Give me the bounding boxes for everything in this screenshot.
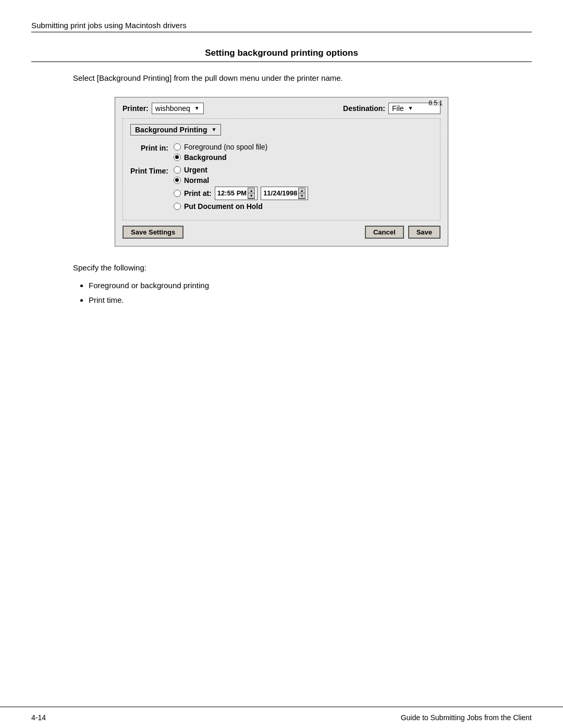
dialog-version: 8.5.1 — [429, 100, 443, 107]
printer-dropdown-arrow: ▼ — [194, 105, 200, 111]
radio-hold-label: Put Document on Hold — [184, 202, 263, 211]
radio-foreground-item[interactable]: Foreground (no spool file) — [174, 143, 433, 151]
radio-urgent-circle — [174, 166, 181, 174]
time-stepper-up[interactable]: ▲ — [248, 188, 254, 193]
radio-hold-circle — [174, 203, 181, 210]
radio-foreground-circle — [174, 143, 181, 151]
print-in-label: Print in: — [130, 143, 168, 152]
bullet-list: Foreground or background printing Print … — [89, 279, 532, 306]
save-settings-button[interactable]: Save Settings — [123, 226, 183, 239]
date-stepper[interactable]: ▲ ▼ — [298, 188, 305, 199]
radio-print-at-item[interactable]: Print at: 12:55 PM ▲ ▼ 11/24/1998 — [174, 187, 433, 200]
time-stepper[interactable]: ▲ ▼ — [248, 188, 255, 199]
radio-foreground-label: Foreground (no spool file) — [184, 143, 267, 151]
section-title: Setting background printing options — [31, 48, 532, 58]
date-input[interactable]: 11/24/1998 ▲ ▼ — [261, 187, 308, 200]
bg-print-dropdown-arrow: ▼ — [211, 127, 216, 132]
date-stepper-down[interactable]: ▼ — [299, 193, 305, 199]
radio-print-at-circle — [174, 190, 181, 197]
spacer2 — [174, 162, 433, 166]
radio-normal-circle — [174, 177, 181, 184]
time-value: 12:55 PM — [217, 189, 247, 197]
time-stepper-down[interactable]: ▼ — [248, 193, 254, 199]
printer-value: wishboneq — [155, 104, 190, 113]
radio-normal-item[interactable]: Normal — [174, 176, 433, 184]
radio-print-at-label: Print at: — [184, 189, 212, 198]
printer-select[interactable]: wishboneq ▼ — [152, 103, 204, 114]
bullet-item-2: Print time. — [89, 293, 532, 307]
bullet-item-1: Foreground or background printing — [89, 279, 532, 292]
destination-group: Destination: File ▼ — [343, 103, 440, 114]
dialog-top-row: Printer: wishboneq ▼ Destination: File ▼ — [123, 103, 440, 114]
destination-label: Destination: — [343, 104, 385, 113]
dialog-box: 8.5.1 Printer: wishboneq ▼ Destination: … — [115, 97, 448, 246]
print-in-radios: Foreground (no spool file) Background — [174, 143, 433, 162]
bg-print-dropdown-label: Background Printing — [135, 126, 207, 134]
time-input[interactable]: 12:55 PM ▲ ▼ — [215, 187, 258, 200]
section-title-rule — [31, 61, 532, 62]
date-stepper-up[interactable]: ▲ — [299, 188, 305, 193]
footer-right: Guide to Submitting Jobs from the Client — [401, 713, 532, 722]
save-button[interactable]: Save — [408, 226, 440, 239]
radio-urgent-item[interactable]: Urgent — [174, 166, 433, 174]
radio-hold-item[interactable]: Put Document on Hold — [174, 202, 433, 211]
destination-value: File — [392, 104, 404, 113]
spacer1 — [130, 162, 168, 166]
radio-background-circle — [174, 154, 181, 161]
fields-grid: Print in: Foreground (no spool file) Bac… — [130, 143, 433, 211]
cancel-button[interactable]: Cancel — [365, 226, 404, 239]
bg-print-dropdown-row: Background Printing ▼ — [130, 124, 433, 135]
radio-urgent-label: Urgent — [184, 166, 207, 174]
dashed-panel: Background Printing ▼ Print in: Foregrou… — [123, 118, 440, 220]
page-footer: 4-14 Guide to Submitting Jobs from the C… — [0, 707, 563, 728]
radio-background-label: Background — [184, 153, 227, 162]
intro-text: Select [Background Printing] from the pu… — [73, 72, 532, 84]
printer-group: Printer: wishboneq ▼ — [123, 103, 204, 114]
footer-left: 4-14 — [31, 713, 46, 722]
header-rule — [31, 32, 532, 32]
specify-text: Specify the following: — [73, 262, 532, 274]
printer-label: Printer: — [123, 104, 149, 113]
radio-normal-label: Normal — [184, 176, 209, 184]
radio-background-item[interactable]: Background — [174, 153, 433, 162]
dialog-btn-group: Cancel Save — [365, 226, 440, 239]
page-header: Submitting print jobs using Macintosh dr… — [31, 21, 532, 30]
bg-print-dropdown[interactable]: Background Printing ▼ — [130, 124, 221, 135]
dialog-bottom-row: Save Settings Cancel Save — [123, 226, 440, 239]
dialog-wrapper: 8.5.1 Printer: wishboneq ▼ Destination: … — [31, 97, 532, 246]
print-time-radios: Urgent Normal Print at: 12:55 PM — [174, 166, 433, 211]
print-time-label: Print Time: — [130, 166, 168, 175]
date-value: 11/24/1998 — [263, 189, 297, 197]
destination-dropdown-arrow: ▼ — [408, 105, 413, 111]
